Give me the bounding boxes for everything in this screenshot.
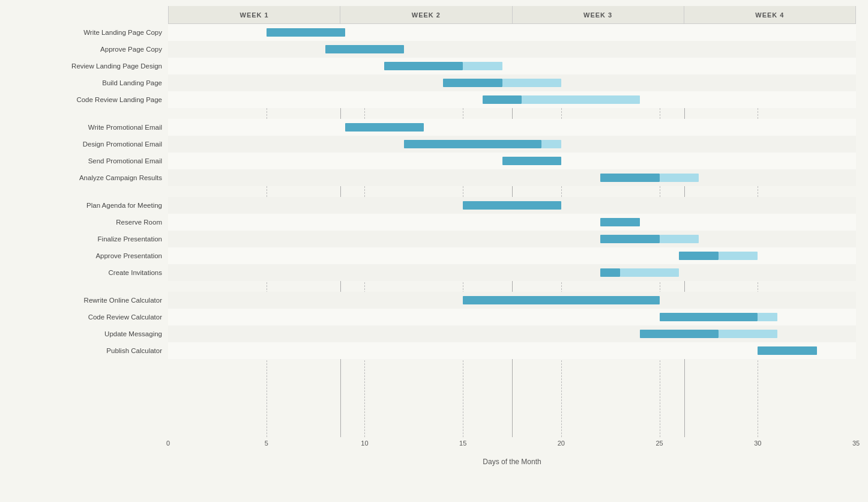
gantt-row — [168, 91, 856, 108]
bar-dark — [267, 28, 345, 37]
bar-dark — [502, 157, 561, 165]
bar-container — [168, 119, 856, 136]
bar-container — [168, 41, 856, 58]
bar-dark — [600, 268, 620, 277]
task-label: Write Landing Page Copy — [12, 24, 168, 41]
bar-light — [522, 95, 639, 104]
gantt-area — [168, 24, 856, 437]
x-axis-tick-label: 25 — [656, 440, 663, 447]
bar-container — [168, 153, 856, 169]
week-header-3: WEEK 3 — [512, 6, 684, 24]
week-header-1: WEEK 1 — [168, 6, 340, 24]
gantt-spacer — [168, 108, 856, 119]
task-label: Plan Agenda for Meeting — [12, 197, 168, 214]
gantt-row — [168, 24, 856, 41]
x-axis-tick-label: 20 — [558, 440, 565, 447]
task-label: Build Landing Page — [12, 74, 168, 91]
bar-dark — [483, 95, 522, 104]
task-label: Code Review Calculator — [12, 309, 168, 325]
group-spacer — [12, 281, 168, 292]
chart-container: WEEK 1WEEK 2WEEK 3WEEK 4 Write Landing P… — [0, 0, 868, 502]
task-label: Approve Presentation — [12, 247, 168, 264]
gantt-row — [168, 292, 856, 309]
gantt-row — [168, 58, 856, 74]
gantt-row — [168, 41, 856, 58]
task-label: Code Review Landing Page — [12, 91, 168, 108]
task-label: Reserve Room — [12, 214, 168, 231]
bar-container — [168, 214, 856, 231]
bar-container — [168, 91, 856, 108]
bar-light — [502, 79, 561, 87]
bar-container — [168, 197, 856, 214]
x-axis-tick-label: 35 — [852, 440, 860, 447]
bar-light — [719, 330, 777, 338]
week-header-4: WEEK 4 — [684, 6, 856, 24]
bar-container — [168, 325, 856, 342]
task-label: Approve Page Copy — [12, 41, 168, 58]
week-header-row: WEEK 1WEEK 2WEEK 3WEEK 4 — [168, 6, 856, 24]
group-spacer — [12, 186, 168, 197]
bar-container — [168, 58, 856, 74]
gantt-row — [168, 309, 856, 325]
chart-body: Write Landing Page CopyApprove Page Copy… — [12, 24, 856, 437]
x-axis-tick-label: 0 — [166, 440, 170, 447]
gantt-row — [168, 153, 856, 169]
bar-light — [620, 268, 679, 277]
bar-container — [168, 309, 856, 325]
bar-light — [463, 62, 502, 70]
bar-container — [168, 264, 856, 281]
bar-dark — [404, 140, 541, 148]
gantt-row — [168, 214, 856, 231]
task-label: Analyze Campaign Results — [12, 169, 168, 186]
bar-light — [541, 140, 561, 148]
task-labels: Write Landing Page CopyApprove Page Copy… — [12, 24, 168, 437]
bar-dark — [463, 201, 561, 210]
gantt-row — [168, 247, 856, 264]
gantt-row — [168, 197, 856, 214]
gantt-row — [168, 325, 856, 342]
bar-light — [660, 235, 699, 243]
x-axis-tick-label: 15 — [459, 440, 466, 447]
bar-dark — [325, 45, 404, 53]
task-label: Send Promotional Email — [12, 153, 168, 169]
bar-container — [168, 292, 856, 309]
bar-dark — [345, 123, 424, 132]
bar-container — [168, 342, 856, 359]
x-axis-tick-label: 5 — [265, 440, 268, 447]
gantt-spacer — [168, 281, 856, 292]
task-label: Write Promotional Email — [12, 119, 168, 136]
task-label: Design Promotional Email — [12, 136, 168, 153]
bar-dark — [384, 62, 463, 70]
bar-light — [719, 252, 758, 260]
bar-container — [168, 74, 856, 91]
task-label: Create Invitations — [12, 264, 168, 281]
gantt-row — [168, 169, 856, 186]
bar-dark — [443, 79, 502, 87]
bar-light — [758, 313, 777, 321]
bar-light — [660, 174, 699, 182]
task-label: Publish Calculator — [12, 342, 168, 359]
bar-dark — [600, 235, 659, 243]
bar-dark — [640, 330, 719, 338]
gantt-row — [168, 264, 856, 281]
bar-dark — [758, 346, 816, 355]
bar-dark — [463, 296, 659, 304]
bar-dark — [600, 174, 659, 182]
gantt-row — [168, 136, 856, 153]
x-axis: 05101520253035 — [168, 437, 856, 455]
x-axis-title: Days of the Month — [168, 458, 856, 466]
bar-dark — [660, 313, 758, 321]
bar-container — [168, 247, 856, 264]
bar-dark — [600, 218, 639, 226]
group-spacer — [12, 108, 168, 119]
bar-container — [168, 231, 856, 247]
bar-container — [168, 24, 856, 41]
gantt-row — [168, 231, 856, 247]
gantt-row — [168, 74, 856, 91]
task-label: Finalize Presentation — [12, 231, 168, 247]
week-header-2: WEEK 2 — [340, 6, 511, 24]
x-axis-tick-label: 30 — [754, 440, 761, 447]
bar-container — [168, 136, 856, 153]
bar-dark — [679, 252, 718, 260]
gantt-spacer — [168, 186, 856, 197]
